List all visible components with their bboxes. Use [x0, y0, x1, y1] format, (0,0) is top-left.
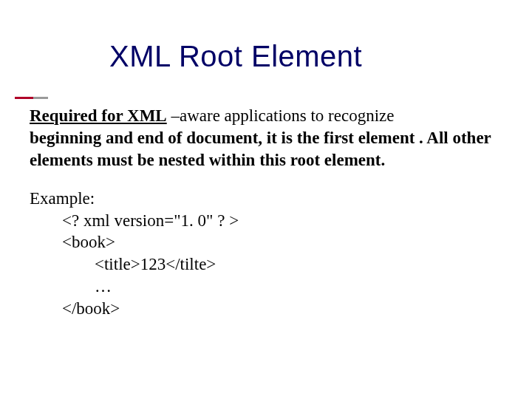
slide-body: Required for XML –aware applications to …	[30, 105, 510, 320]
code-line: …	[95, 276, 510, 298]
code-line: <? xml version="1. 0" ? >	[62, 210, 510, 232]
example-label: Example:	[30, 188, 510, 210]
description-paragraph: Required for XML –aware applications to …	[30, 105, 510, 171]
code-line: <title>123</tilte>	[95, 253, 510, 276]
accent-underline	[15, 97, 532, 99]
code-line: <book>	[62, 231, 510, 253]
code-line: </book>	[62, 298, 510, 320]
lead-tail: –aware applications to recognize	[167, 106, 395, 125]
slide-title: XML Root Element	[109, 40, 362, 73]
description-rest: beginning and end of document, it is the…	[30, 129, 491, 169]
lead-phrase: Required for XML	[30, 106, 167, 125]
example-block: Example: <? xml version="1. 0" ? > <book…	[30, 188, 510, 320]
